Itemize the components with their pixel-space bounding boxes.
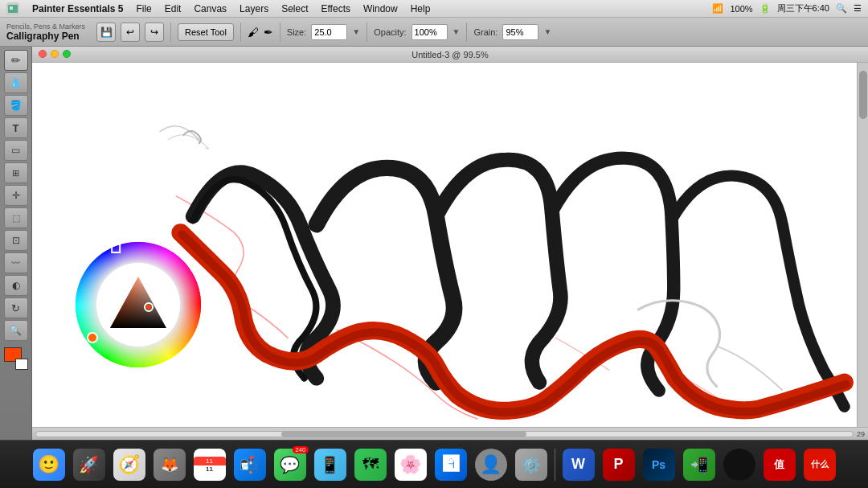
menu-window[interactable]: Window [363,3,398,14]
menu-select[interactable]: Select [281,3,308,14]
dock-photo[interactable]: 🦊 [151,446,188,483]
svg-marker-3 [110,277,166,328]
app-icon [6,2,19,15]
menu-edit[interactable]: Edit [165,3,182,14]
drawing-canvas[interactable] [32,63,857,427]
close-button[interactable] [39,50,47,58]
grain-label: Grain: [473,27,497,37]
menu-canvas[interactable]: Canvas [194,3,227,14]
opacity-input[interactable] [411,24,448,40]
divider-1 [170,23,171,42]
horizontal-scrollbar[interactable] [35,431,854,437]
dock-appstore[interactable]: 🅰 [432,446,469,483]
menu-file[interactable]: File [136,3,151,14]
brush-tool[interactable]: ✏ [4,50,28,71]
stylus-icon: ✒ [264,26,273,39]
dock-calendar[interactable]: 11 11 [191,446,228,483]
dodge-tool[interactable]: ◐ [4,275,28,296]
saturation-triangle[interactable] [107,273,170,336]
toolbar: Pencils, Pens & Markers Calligraphy Pen … [0,18,868,47]
dropper-tool[interactable]: 💧 [4,72,28,93]
dock-safari[interactable]: 🧭 [111,446,148,483]
divider-2 [240,23,241,42]
wifi-icon: 📶 [712,3,723,14]
dock-photoshop[interactable]: Ps [641,446,678,483]
tool-info: Pencils, Pens & Markers Calligraphy Pen [6,23,85,42]
vertical-scrollbar[interactable] [857,63,868,427]
size-label: Size: [287,27,306,37]
tool-panel: ✏ 💧 🪣 T ▭ ⊞ ✛ ⬚ ⊡ 〰 ◐ ↻ 🔍 [0,47,32,440]
maximize-button[interactable] [63,50,71,58]
tool-name: Calligraphy Pen [6,31,85,42]
select-lasso-tool[interactable]: ⊡ [4,230,28,251]
dock-what[interactable]: 什么 [801,446,838,483]
save-button[interactable]: 💾 [96,23,116,42]
rotate-tool[interactable]: ↻ [4,297,28,318]
menu-bar: Painter Essentials 5 File Edit Canvas La… [0,0,868,18]
menu-list-icon[interactable]: ☰ [854,3,862,14]
window-controls [39,50,71,58]
main-area: ✏ 💧 🪣 T ▭ ⊞ ✛ ⬚ ⊡ 〰 ◐ ↻ 🔍 Untitled-3 @ 9… [0,47,868,440]
dock-facetime[interactable]: 📱 [312,446,349,483]
text-tool[interactable]: T [4,117,28,138]
horizontal-scroll-thumb[interactable] [281,432,526,437]
opacity-dropdown-icon[interactable]: ▼ [452,27,461,36]
menu-layers[interactable]: Layers [240,3,268,14]
smear-tool[interactable]: 〰 [4,252,28,273]
canvas-titlebar: Untitled-3 @ 99.5% [32,47,868,63]
dock-divider [555,449,555,481]
crop-tool[interactable]: ⊞ [4,162,28,183]
move-tool[interactable]: ✛ [4,185,28,206]
opacity-label: Opacity: [374,27,406,37]
size-input[interactable] [311,24,347,40]
minimize-button[interactable] [51,50,59,58]
vertical-scroll-thumb[interactable] [859,71,867,119]
dock-word[interactable]: W [560,446,597,483]
menu-help[interactable]: Help [411,3,431,14]
dock-painter-red[interactable]: P [600,446,637,483]
badge-240: 240 [293,446,308,453]
page-number: 29 [857,430,865,438]
undo-button[interactable]: ↩ [121,23,140,42]
search-icon[interactable]: 🔍 [836,3,847,14]
reset-tool-button[interactable]: Reset Tool [178,23,234,41]
dock-system-prefs[interactable]: ⚙️ [513,446,550,483]
brush-icon: 🖌 [248,26,259,39]
background-color[interactable] [15,359,28,370]
tool-category: Pencils, Pens & Markers [6,23,85,31]
color-swatches [4,347,28,370]
color-wheel-panel[interactable] [74,240,203,369]
grain-dropdown-icon[interactable]: ▼ [543,27,551,36]
grain-input[interactable] [502,24,538,40]
svg-point-5 [146,305,151,310]
menu-app-name[interactable]: Painter Essentials 5 [32,3,123,14]
dock-black-app[interactable] [721,446,758,483]
dock-maps[interactable]: 🗺 [352,446,389,483]
zoom-tool[interactable]: 🔍 [4,320,28,341]
datetime: 周三下午6:40 [777,2,829,14]
canvas-container: Untitled-3 @ 99.5% [32,47,868,440]
dock-avatar[interactable]: 👤 [473,446,510,483]
size-dropdown-icon[interactable]: ▼ [352,27,360,36]
canvas-title: Untitled-3 @ 99.5% [411,50,489,59]
divider-4 [366,23,367,42]
menu-effects[interactable]: Effects [321,3,350,14]
dock-mail[interactable]: 📬 [231,446,268,483]
dock: 🙂 🚀 🧭 🦊 11 11 📬 💬 240 📱 🗺 🌸 🅰 👤 ⚙️ [0,440,868,488]
battery-indicator: 100% [730,4,752,14]
battery-icon: 🔋 [760,3,771,14]
dock-photos[interactable]: 🌸 [392,446,429,483]
svg-rect-1 [10,6,13,10]
dock-finder[interactable]: 🙂 [31,446,68,483]
dock-values[interactable]: 值 [761,446,798,483]
shape-tool[interactable]: ▭ [4,140,28,161]
divider-5 [466,23,467,42]
redo-button[interactable]: ↪ [145,23,164,42]
select-rect-tool[interactable]: ⬚ [4,207,28,228]
fill-tool[interactable]: 🪣 [4,95,28,116]
dock-imobie[interactable]: 📲 [681,446,718,483]
dock-messages[interactable]: 💬 240 [272,446,309,483]
canvas-bottom-bar: 29 [32,427,868,440]
dock-launchpad[interactable]: 🚀 [71,446,108,483]
divider-3 [280,23,280,42]
